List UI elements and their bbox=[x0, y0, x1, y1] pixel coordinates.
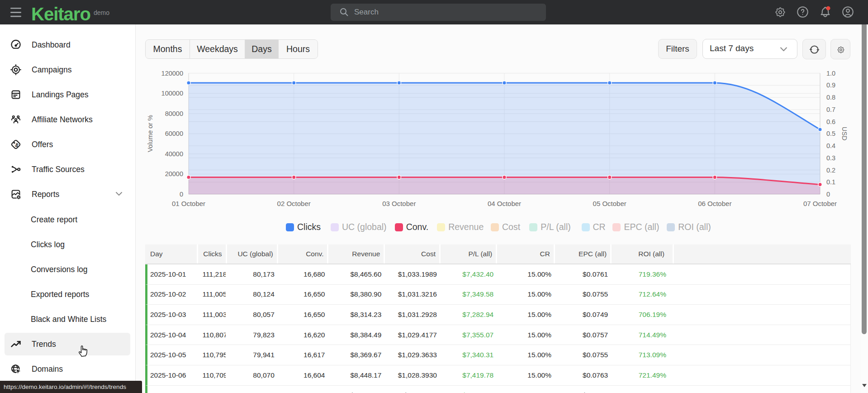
svg-text:40000: 40000 bbox=[165, 150, 183, 158]
svg-text:60000: 60000 bbox=[165, 130, 183, 137]
svg-text:0.7: 0.7 bbox=[826, 106, 835, 113]
svg-text:0.5: 0.5 bbox=[826, 130, 835, 137]
svg-text:0.8: 0.8 bbox=[826, 94, 835, 101]
svg-text:USD: USD bbox=[841, 127, 848, 141]
svg-text:02 October: 02 October bbox=[277, 200, 311, 207]
svg-text:06 October: 06 October bbox=[698, 200, 731, 207]
svg-text:0.9: 0.9 bbox=[826, 81, 835, 89]
svg-text:07 October: 07 October bbox=[803, 200, 837, 207]
svg-text:20000: 20000 bbox=[165, 170, 183, 177]
svg-text:0.3: 0.3 bbox=[826, 154, 835, 162]
svg-text:80000: 80000 bbox=[165, 110, 183, 117]
svg-text:0.2: 0.2 bbox=[826, 167, 835, 174]
svg-text:0: 0 bbox=[826, 191, 830, 198]
svg-text:0.4: 0.4 bbox=[826, 142, 835, 149]
svg-text:0.1: 0.1 bbox=[826, 178, 835, 186]
svg-text:05 October: 05 October bbox=[593, 200, 626, 207]
svg-text:1.0: 1.0 bbox=[826, 70, 835, 77]
svg-text:120000: 120000 bbox=[161, 70, 183, 77]
svg-text:03 October: 03 October bbox=[382, 200, 416, 207]
svg-text:100000: 100000 bbox=[161, 90, 183, 97]
svg-text:04 October: 04 October bbox=[488, 200, 521, 207]
svg-text:0.6: 0.6 bbox=[826, 118, 835, 125]
svg-text:01 October: 01 October bbox=[172, 200, 205, 207]
svg-text:0: 0 bbox=[180, 191, 183, 198]
svg-text:Volume or %: Volume or % bbox=[147, 115, 154, 152]
